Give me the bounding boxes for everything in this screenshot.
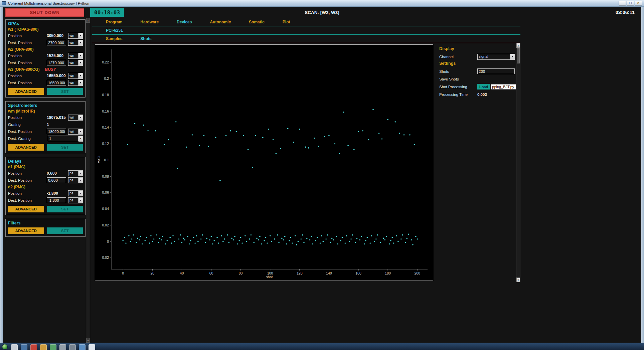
tab-autonomic[interactable]: Autonomic [201, 20, 240, 24]
device-name-d1-pmc: d1 (PMC) [8, 165, 83, 169]
tab-program[interactable]: Program [97, 20, 131, 24]
load-button[interactable]: Load [477, 84, 490, 90]
scrollbar-track[interactable] [516, 48, 520, 278]
processing-time-value: 0.003 [477, 93, 515, 97]
advanced-button[interactable]: ADVANCED [8, 206, 44, 212]
dropdown-arrow-icon[interactable]: ▼ [78, 33, 83, 38]
tab-devices[interactable]: Devices [168, 20, 201, 24]
set-button[interactable]: SET [47, 88, 83, 95]
advanced-button[interactable]: ADVANCED [8, 144, 44, 151]
hardware-row: Dest. Positionps▼ [8, 177, 83, 184]
tab-somatic[interactable]: Somatic [240, 20, 274, 24]
scroll-down-icon[interactable]: ▼ [86, 338, 90, 343]
tab-hardware[interactable]: Hardware [131, 20, 168, 24]
units-dropdown[interactable]: wn▼ [68, 80, 83, 86]
units-dropdown[interactable]: wn▼ [68, 129, 83, 135]
device-tabs: PCI-6251 [92, 26, 520, 35]
dropdown-arrow-icon[interactable]: ▼ [78, 80, 83, 85]
set-button[interactable]: SET [47, 227, 83, 234]
units-dropdown[interactable]: wn▼ [68, 115, 83, 121]
dest-position-input[interactable] [47, 40, 66, 45]
set-button[interactable]: SET [47, 206, 83, 212]
units-dropdown[interactable]: wn▼ [68, 73, 83, 79]
device-name-w2-opa-800: w2 (OPA-800) [8, 47, 83, 52]
shutdown-button[interactable]: SHUT DOWN [5, 8, 84, 17]
tab-samples[interactable]: Samples [97, 36, 131, 41]
dropdown-arrow-icon[interactable]: ▼ [78, 60, 83, 65]
content-scrollbar[interactable]: ▲ ▼ [516, 43, 520, 282]
dest-position-input[interactable] [47, 60, 66, 65]
window-frame-right [641, 7, 644, 343]
taskbar-icon-9[interactable] [89, 344, 95, 350]
taskbar-icon-6[interactable] [59, 344, 66, 350]
units-dropdown-value: wn [68, 53, 78, 58]
scroll-up-icon[interactable]: ▲ [516, 43, 520, 48]
units-dropdown[interactable]: ps▼ [68, 177, 83, 183]
dropdown-arrow-icon[interactable]: ▼ [510, 54, 514, 59]
dropdown-arrow-icon[interactable]: ▼ [78, 129, 83, 134]
units-dropdown[interactable]: wn▼ [68, 60, 83, 66]
taskbar-icon-4[interactable] [40, 344, 47, 350]
scrollbar-track[interactable] [86, 23, 90, 338]
units-dropdown[interactable]: ps▼ [68, 197, 83, 203]
taskbar-icon-8[interactable] [79, 344, 86, 350]
dropdown-arrow-icon[interactable]: ▼ [78, 73, 83, 78]
units-dropdown[interactable]: ps▼ [68, 170, 83, 176]
dest-position-input[interactable] [47, 197, 66, 203]
section-title-spectrometers: Spectrometers [8, 103, 83, 108]
shot-processing-file-input[interactable] [491, 84, 516, 90]
close-button[interactable]: ✕ [635, 1, 642, 6]
hardware-row: Dest. Positionwn▼ [8, 39, 83, 46]
advanced-button[interactable]: ADVANCED [8, 227, 44, 234]
sidebar-scrollbar[interactable]: ▲ ▼ [86, 18, 90, 343]
scroll-down-icon[interactable]: ▼ [516, 278, 520, 282]
taskbar-icon-1[interactable] [11, 344, 18, 350]
tab-plot[interactable]: Plot [274, 20, 299, 24]
svg-text:0.08: 0.08 [102, 174, 109, 178]
taskbar-icon-2[interactable] [21, 344, 27, 350]
shots-input[interactable] [477, 68, 515, 74]
hardware-row: Position18075.015wn▼ [8, 114, 83, 121]
set-button[interactable]: SET [47, 144, 83, 151]
dropdown-arrow-icon[interactable]: ▼ [78, 178, 83, 183]
dest-grating-input[interactable] [48, 136, 78, 141]
taskbar-icon-7[interactable] [69, 344, 76, 350]
dropdown-arrow-icon[interactable]: ▼ [78, 115, 83, 120]
dropdown-arrow-icon[interactable]: ▼ [78, 136, 83, 142]
channel-dropdown[interactable]: signal ▼ [477, 54, 515, 60]
dropdown-arrow-icon[interactable]: ▼ [78, 198, 83, 203]
field-label: Dest. Position [8, 178, 47, 182]
minimize-button[interactable]: – [619, 1, 626, 6]
units-dropdown[interactable]: wn▼ [68, 53, 83, 59]
svg-text:volts: volts [97, 156, 101, 163]
taskbar-icon-5[interactable] [50, 344, 56, 350]
tab-pci-6251[interactable]: PCI-6251 [97, 28, 132, 33]
save-shots-label: Save Shots [439, 77, 477, 81]
dropdown-arrow-icon[interactable]: ▼ [78, 40, 83, 45]
units-dropdown-value: wn [68, 40, 78, 45]
svg-text:0.18: 0.18 [102, 93, 109, 97]
channel-value: signal [478, 54, 510, 59]
dest-position-input[interactable] [47, 129, 66, 134]
tab-shots[interactable]: Shots [131, 36, 160, 41]
dropdown-arrow-icon[interactable]: ▼ [78, 191, 83, 196]
units-dropdown[interactable]: wn▼ [68, 33, 83, 39]
svg-text:80: 80 [239, 271, 243, 275]
scroll-up-icon[interactable]: ▲ [86, 18, 90, 23]
dest-position-input[interactable] [47, 80, 66, 85]
start-button[interactable] [2, 344, 8, 350]
dropdown-arrow-icon[interactable]: ▼ [78, 171, 83, 176]
advanced-button[interactable]: ADVANCED [8, 88, 44, 95]
field-label: Dest. Position [8, 198, 47, 202]
units-dropdown[interactable]: ps▼ [68, 190, 83, 196]
scrollbar-thumb[interactable] [517, 48, 520, 63]
units-dropdown[interactable]: wn▼ [68, 40, 83, 46]
taskbar-icon-3[interactable] [30, 344, 37, 350]
dropdown-arrow-icon[interactable]: ▼ [78, 53, 83, 58]
units-dropdown-value: wn [68, 129, 78, 134]
device-label: wm (MicroHR) [8, 109, 35, 114]
svg-text:0.04: 0.04 [102, 207, 109, 211]
maximize-button[interactable]: ▢ [627, 1, 634, 6]
dest-position-input[interactable] [47, 177, 66, 183]
field-label: Dest. Position [8, 130, 47, 134]
